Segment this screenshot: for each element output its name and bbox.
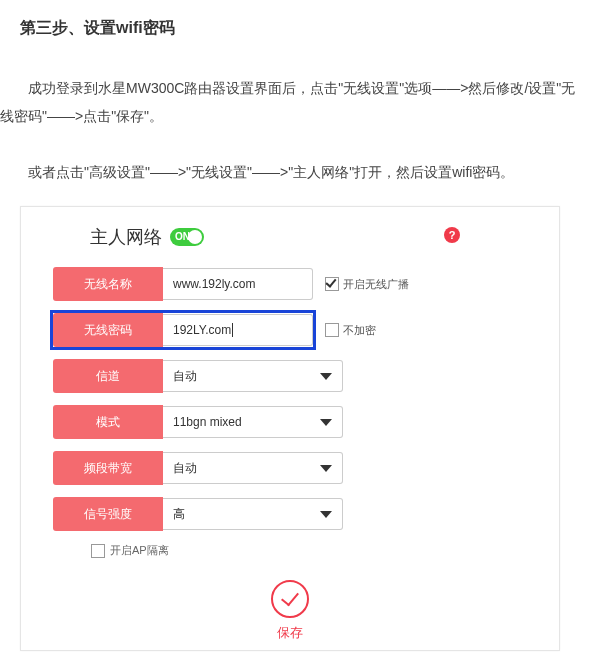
chevron-down-icon xyxy=(320,419,332,426)
text-cursor-icon xyxy=(232,323,233,337)
input-wireless-password[interactable]: 192LY.com xyxy=(163,314,313,346)
dropdown-signal[interactable]: 高 xyxy=(163,498,343,530)
form-rows: 无线名称 www.192ly.com 开启无线广播 无线密码 192LY.com… xyxy=(35,267,545,558)
row-wireless-password: 无线密码 192LY.com 不加密 xyxy=(53,313,527,347)
label-wireless-name: 无线名称 xyxy=(53,267,163,301)
dropdown-bandwidth-value: 自动 xyxy=(173,460,197,477)
panel-header: 主人网络 ON ? xyxy=(35,225,545,249)
dropdown-mode[interactable]: 11bgn mixed xyxy=(163,406,343,438)
row-signal: 信号强度 高 xyxy=(53,497,527,531)
paragraph-1: 成功登录到水星MW300C路由器设置界面后，点击"无线设置"选项——>然后修改/… xyxy=(0,74,580,130)
checkbox-broadcast[interactable]: 开启无线广播 xyxy=(325,277,409,292)
dropdown-channel[interactable]: 自动 xyxy=(163,360,343,392)
checkbox-broadcast-label: 开启无线广播 xyxy=(343,277,409,292)
input-wireless-password-value: 192LY.com xyxy=(173,323,231,337)
row-wireless-name: 无线名称 www.192ly.com 开启无线广播 xyxy=(53,267,527,301)
step-heading: 第三步、设置wifi密码 xyxy=(0,0,580,39)
checkbox-noencrypt[interactable]: 不加密 xyxy=(325,323,376,338)
row-channel: 信道 自动 xyxy=(53,359,527,393)
dropdown-bandwidth[interactable]: 自动 xyxy=(163,452,343,484)
check-icon xyxy=(281,588,299,607)
label-signal: 信号强度 xyxy=(53,497,163,531)
checkbox-ap-isolation-label: 开启AP隔离 xyxy=(110,543,169,558)
save-area: 保存 xyxy=(35,580,545,642)
panel-title: 主人网络 xyxy=(90,225,162,249)
label-wireless-password: 无线密码 xyxy=(53,313,163,347)
checkbox-ap-isolation[interactable]: 开启AP隔离 xyxy=(53,543,527,558)
label-mode: 模式 xyxy=(53,405,163,439)
dropdown-mode-value: 11bgn mixed xyxy=(173,415,242,429)
save-label: 保存 xyxy=(35,624,545,642)
save-button[interactable] xyxy=(271,580,309,618)
row-mode: 模式 11bgn mixed xyxy=(53,405,527,439)
network-toggle[interactable]: ON xyxy=(170,228,204,246)
input-wireless-name[interactable]: www.192ly.com xyxy=(163,268,313,300)
checkbox-icon xyxy=(325,323,339,337)
label-bandwidth: 频段带宽 xyxy=(53,451,163,485)
checkbox-icon xyxy=(325,277,339,291)
chevron-down-icon xyxy=(320,465,332,472)
checkbox-noencrypt-label: 不加密 xyxy=(343,323,376,338)
router-settings-panel: 主人网络 ON ? 无线名称 www.192ly.com 开启无线广播 无线密码… xyxy=(20,206,560,651)
dropdown-signal-value: 高 xyxy=(173,506,185,523)
dropdown-channel-value: 自动 xyxy=(173,368,197,385)
chevron-down-icon xyxy=(320,511,332,518)
help-icon[interactable]: ? xyxy=(444,227,460,243)
row-bandwidth: 频段带宽 自动 xyxy=(53,451,527,485)
checkbox-icon xyxy=(91,544,105,558)
label-channel: 信道 xyxy=(53,359,163,393)
paragraph-2: 或者点击"高级设置"——>"无线设置"——>"主人网络"打开，然后设置wifi密… xyxy=(0,158,580,186)
chevron-down-icon xyxy=(320,373,332,380)
